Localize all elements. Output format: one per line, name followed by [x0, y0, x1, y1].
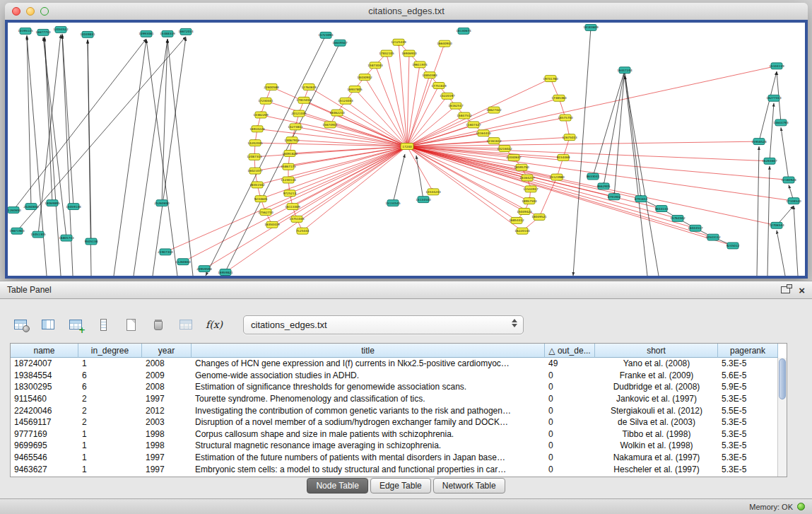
graph-node[interactable]: 16627422	[486, 107, 502, 113]
graph-node[interactable]: 11607427	[466, 122, 481, 128]
graph-node[interactable]: 14049831	[80, 31, 95, 37]
column-header-out_degree[interactable]: △ out_de...	[545, 344, 595, 358]
graph-node[interactable]: 16910228	[249, 126, 265, 132]
graph-node[interactable]: 18277413	[766, 95, 782, 101]
graph-node[interactable]: 15059138	[66, 204, 81, 210]
graph-node[interactable]: 7125444	[296, 228, 310, 234]
graph-node[interactable]: 13164410	[476, 130, 491, 136]
graph-node[interactable]: 17815018	[296, 97, 312, 103]
close-panel-icon[interactable]: ×	[799, 285, 805, 296]
graph-node[interactable]: 25260650	[154, 200, 170, 206]
row-selector-icon[interactable]	[93, 314, 114, 335]
graph-node[interactable]: 14534243	[425, 189, 441, 195]
graph-node[interactable]: 15049423	[517, 209, 532, 215]
graph-node[interactable]: 15123980	[549, 174, 565, 180]
graph-node[interactable]: 16021077	[247, 168, 263, 174]
graph-node[interactable]: 20959598	[196, 266, 212, 272]
graph-node[interactable]: 12675013	[562, 134, 577, 141]
graph-node[interactable]: 18351502	[249, 182, 265, 188]
graph-node[interactable]: 18130674	[456, 28, 471, 34]
graph-node[interactable]: 16220144	[514, 228, 530, 234]
graph-node[interactable]: 16162517	[448, 103, 464, 109]
table-row[interactable]: 1456911722003Disruption of a novel membe…	[11, 416, 778, 428]
graph-node[interactable]: 17562710	[258, 209, 273, 216]
graph-node[interactable]: 8633041	[587, 173, 600, 180]
graph-node[interactable]: 6791651	[635, 196, 648, 202]
graph-node[interactable]: 9234605	[254, 196, 268, 202]
graph-node[interactable]: 14382209	[253, 112, 269, 118]
graph-svg[interactable]: 1212543916946910196119741485038317751619…	[8, 23, 805, 276]
graph-node[interactable]: 16284607	[762, 158, 777, 164]
graph-node[interactable]: 16044517	[688, 225, 703, 231]
column-visibility-icon[interactable]	[37, 314, 59, 335]
graph-node[interactable]: 10543112	[705, 234, 721, 240]
table-row[interactable]: 977716911998Corpus callosum shape and si…	[11, 428, 778, 440]
table-row[interactable]: 1830029562008Estimation of significance …	[11, 381, 778, 393]
import-table-icon[interactable]	[175, 314, 196, 335]
graph-node[interactable]: 16113309	[285, 204, 300, 210]
graph-node[interactable]: 16854412	[509, 217, 524, 223]
new-table-icon[interactable]	[120, 314, 141, 335]
graph-node[interactable]: 12161612	[486, 138, 502, 144]
graph-node[interactable]: 21260650	[8, 207, 21, 214]
graph-node[interactable]: 14850383	[422, 72, 437, 78]
float-panel-icon[interactable]	[781, 286, 790, 293]
table-row[interactable]: 1938455462009Genome-wide association stu…	[11, 370, 778, 382]
graph-node[interactable]: 18595750	[514, 164, 529, 170]
graph-node[interactable]: 15051305	[30, 231, 46, 238]
graph-node[interactable]: 19871903	[9, 228, 25, 234]
graph-node[interactable]: 18575750	[558, 115, 573, 121]
graph-node[interactable]: 15958528	[751, 139, 767, 145]
graph-node[interactable]: 17832105	[379, 50, 394, 57]
graph-node[interactable]: 12034522	[53, 26, 69, 33]
graph-node[interactable]: 13067912	[284, 137, 300, 144]
window-titlebar[interactable]: citations_edges.txt	[5, 3, 808, 21]
zoom-window-button[interactable]	[40, 7, 49, 16]
graph-node[interactable]: 9844143	[655, 206, 669, 212]
table-row[interactable]: 946362711997Embryonic stem cells: a mode…	[11, 463, 778, 475]
network-view[interactable]: 1212543916946910196119741485038317751619…	[5, 20, 808, 279]
add-column-icon[interactable]	[65, 314, 86, 335]
column-header-name[interactable]: name	[11, 344, 78, 358]
graph-node[interactable]: 16091820	[282, 150, 298, 156]
graph-node[interactable]: 13751044	[289, 216, 305, 222]
graph-node[interactable]: 14644793	[773, 119, 789, 126]
graph-node[interactable]: 13216022	[497, 146, 512, 152]
graph-node[interactable]: 20260650	[23, 204, 39, 210]
graph-node[interactable]: 18957504	[522, 198, 537, 204]
graph-node[interactable]: 18183609	[583, 24, 599, 30]
table-row[interactable]: 969969511998Structural magnetic resonanc…	[11, 440, 778, 452]
graph-node[interactable]: 20121045	[291, 110, 307, 117]
graph-node[interactable]: 22040637	[506, 154, 522, 160]
table-row[interactable]: 946554611997Estimation of the future num…	[11, 452, 778, 464]
graph-node[interactable]: 16447244	[617, 67, 632, 74]
column-header-year[interactable]: year	[142, 344, 192, 358]
graph-node[interactable]: 15134540	[416, 197, 431, 203]
graph-node[interactable]: 16640910	[437, 40, 452, 47]
graph-node[interactable]: 17230441	[258, 98, 273, 104]
graph-node[interactable]: 21907310	[158, 249, 173, 255]
column-header-title[interactable]: title	[192, 344, 545, 358]
graph-node[interactable]: 16672014	[178, 28, 194, 35]
table-scrollbar-thumb[interactable]	[779, 358, 786, 399]
graph-node[interactable]: 17751619	[431, 83, 447, 89]
graph-node[interactable]: 6791902	[608, 194, 621, 200]
graph-node[interactable]: 15867173	[281, 163, 296, 170]
table-mode-icon[interactable]	[10, 314, 31, 335]
tab-node-table[interactable]: Node Table	[307, 478, 368, 493]
graph-node[interactable]: 17485363	[551, 95, 567, 101]
graph-hub-node[interactable]: 17240	[401, 144, 413, 150]
graph-node[interactable]: 12180928	[781, 177, 796, 183]
graph-node[interactable]: 11230118	[281, 177, 296, 183]
minimize-window-button[interactable]	[26, 7, 35, 16]
graph-node[interactable]: 12764619	[301, 84, 317, 90]
graph-node[interactable]: 17108520	[786, 198, 801, 204]
graph-node[interactable]: 9154469	[557, 154, 570, 160]
graph-node[interactable]: 18069895	[45, 200, 60, 206]
graph-node[interactable]: 19611974	[412, 62, 428, 68]
graph-node[interactable]: 9662905	[597, 183, 611, 189]
table-row[interactable]: 911546021997Tourette syndrome. Phenomeno…	[11, 393, 778, 405]
tab-network-table[interactable]: Network Table	[433, 478, 505, 493]
graph-node[interactable]: 16959821	[218, 269, 233, 276]
graph-node[interactable]: 13220197	[440, 93, 455, 99]
